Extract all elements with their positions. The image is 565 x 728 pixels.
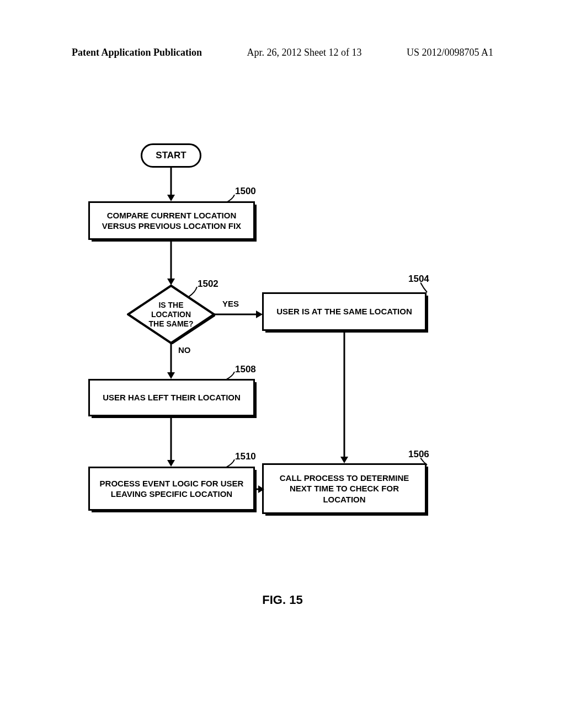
ref-1510: 1510: [235, 451, 256, 462]
ref-1500: 1500: [235, 186, 256, 197]
arrow-1508-to-1510: [166, 418, 177, 468]
edge-label-no: NO: [178, 345, 191, 355]
process-same-location: USER IS AT THE SAME LOCATION: [262, 292, 427, 331]
leader-1500: [226, 195, 236, 204]
leader-1504: [420, 282, 431, 293]
process-call-next-check: CALL PROCESS TO DETERMINE NEXT TIME TO C…: [262, 463, 427, 514]
header-right: US 2012/0098705 A1: [407, 47, 493, 58]
svg-marker-15: [258, 485, 264, 493]
box-1510-text: PROCESS EVENT LOGIC FOR USER LEAVING SPE…: [94, 478, 249, 500]
box-1506-text: CALL PROCESS TO DETERMINE NEXT TIME TO C…: [268, 473, 420, 505]
arrow-1500-to-1502: [166, 242, 177, 286]
figure-caption: FIG. 15: [0, 593, 565, 607]
page-header: Patent Application Publication Apr. 26, …: [0, 47, 565, 58]
leader-1506: [420, 458, 431, 467]
svg-marker-11: [167, 460, 175, 467]
ref-1502: 1502: [198, 279, 218, 290]
box-1500-text: COMPARE CURRENT LOCATION VERSUS PREVIOUS…: [94, 210, 249, 232]
edge-label-yes: YES: [222, 299, 239, 308]
arrow-no-to-1508: [166, 343, 177, 380]
svg-marker-9: [167, 372, 175, 379]
ref-1508: 1508: [235, 364, 256, 375]
start-terminal: START: [141, 143, 201, 168]
process-event-logic: PROCESS EVENT LOGIC FOR USER LEAVING SPE…: [88, 467, 255, 511]
svg-marker-1: [167, 195, 175, 201]
flowchart-diagram: START COMPARE CURRENT LOCATION VERSUS PR…: [88, 143, 480, 557]
leader-1502: [189, 287, 199, 298]
arrow-1504-to-1506: [339, 333, 350, 465]
leader-1508: [226, 372, 236, 381]
process-compare-location: COMPARE CURRENT LOCATION VERSUS PREVIOUS…: [88, 201, 255, 240]
header-left: Patent Application Publication: [72, 47, 202, 58]
decision-text: IS THE LOCATION THE SAME?: [143, 301, 199, 328]
start-label: START: [156, 150, 186, 161]
box-1504-text: USER IS AT THE SAME LOCATION: [276, 306, 412, 317]
box-1508-text: USER HAS LEFT THEIR LOCATION: [103, 392, 241, 403]
header-center: Apr. 26, 2012 Sheet 12 of 13: [247, 47, 362, 58]
arrow-yes-to-1504: [214, 309, 264, 320]
leader-1510: [226, 459, 236, 468]
arrow-1510-to-1506: [257, 484, 264, 495]
process-user-left: USER HAS LEFT THEIR LOCATION: [88, 379, 255, 416]
decision-location-same: IS THE LOCATION THE SAME?: [127, 285, 215, 344]
svg-marker-13: [340, 457, 348, 463]
arrow-start-to-1500: [166, 168, 177, 202]
